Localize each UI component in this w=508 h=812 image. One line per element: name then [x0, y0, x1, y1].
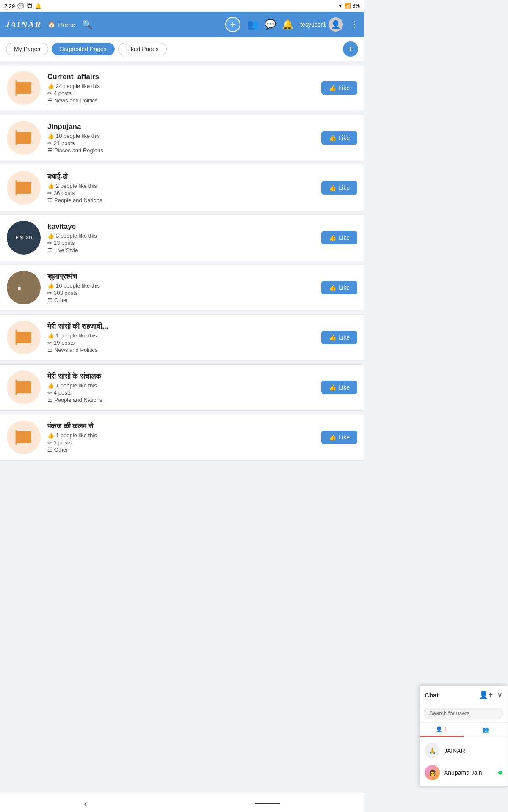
- status-bar: 2:29 💬 🖼 🔔 ▼ 📶 8%: [0, 0, 364, 12]
- svg-text:📋: 📋: [17, 286, 22, 291]
- signal-icon: 📶: [345, 3, 351, 9]
- like-btn-icon: 👍: [329, 234, 336, 241]
- page-card: 📋 खुलाप्रश्मंच 👍16 people like this ✏303…: [0, 264, 364, 311]
- page-info: बधाई-हो 👍2 people like this ✏36 posts ☰P…: [47, 173, 316, 203]
- page-posts: ✏4 posts: [47, 90, 316, 96]
- avatar: 👤: [329, 17, 343, 32]
- page-category: ☰Other: [47, 297, 316, 303]
- pencil-icon: ✏: [47, 90, 52, 96]
- like-btn-label: Like: [339, 184, 350, 191]
- bottom-nav: ‹: [0, 793, 364, 812]
- user-menu[interactable]: tesyuser1 👤: [300, 17, 343, 32]
- add-page-button[interactable]: +: [343, 41, 358, 57]
- page-info: मेरी सांसों के संचालक 👍1 people like thi…: [47, 372, 316, 403]
- tab-suggested-pages[interactable]: Suggested Pages: [52, 43, 115, 55]
- tab-my-pages[interactable]: My Pages: [6, 43, 48, 55]
- messages-icon[interactable]: 💬: [265, 19, 276, 30]
- tab-liked-pages[interactable]: Liked Pages: [118, 43, 167, 55]
- pencil-icon: ✏: [47, 140, 52, 146]
- page-card: Current_affairs 👍24 people like this ✏4 …: [0, 65, 364, 111]
- page-meta: 👍1 people like this ✏1 posts ☰Other: [47, 432, 316, 453]
- whatsapp-icon: 💬: [17, 3, 24, 9]
- page-avatar: FIN ISH: [7, 221, 41, 255]
- list-icon: ☰: [47, 297, 52, 303]
- list-icon: ☰: [47, 197, 52, 203]
- page-name: पंकज की कलम से: [47, 422, 316, 431]
- page-card: मेरी सांसों के संचालक 👍1 people like thi…: [0, 364, 364, 411]
- home-icon: 🏠: [48, 21, 56, 28]
- page-list: Current_affairs 👍24 people like this ✏4 …: [0, 61, 364, 467]
- time: 2:29: [4, 3, 15, 9]
- like-button[interactable]: 👍 Like: [321, 181, 357, 195]
- notification-icon: 🔔: [35, 3, 41, 9]
- page-card: FIN ISH kavitaye 👍3 people like this ✏13…: [0, 214, 364, 261]
- page-meta: 👍10 people like this ✏21 posts ☰Places a…: [47, 133, 316, 154]
- like-icon: 👍: [47, 183, 54, 189]
- page-category: ☰News and Politics: [47, 347, 316, 353]
- list-icon: ☰: [47, 247, 52, 253]
- like-icon: 👍: [47, 283, 54, 289]
- like-button[interactable]: 👍 Like: [321, 381, 357, 394]
- pencil-icon: ✏: [47, 439, 52, 446]
- page-name: Jinpujana: [47, 123, 316, 131]
- home-nav-link[interactable]: 🏠 Home: [48, 21, 75, 28]
- like-icon: 👍: [47, 432, 54, 439]
- like-button[interactable]: 👍 Like: [321, 81, 357, 95]
- page-meta: 👍1 people like this ✏4 posts ☰People and…: [47, 382, 316, 403]
- username: tesyuser1: [300, 21, 326, 28]
- pencil-icon: ✏: [47, 290, 52, 296]
- like-icon: 👍: [47, 332, 54, 339]
- page-likes: 👍24 people like this: [47, 83, 316, 89]
- like-button[interactable]: 👍 Like: [321, 431, 357, 444]
- page-likes: 👍3 people like this: [47, 233, 316, 239]
- page-posts: ✏36 posts: [47, 190, 316, 196]
- like-button[interactable]: 👍 Like: [321, 131, 357, 145]
- pencil-icon: ✏: [47, 240, 52, 246]
- back-button[interactable]: ‹: [84, 798, 87, 809]
- page-avatar: [7, 321, 41, 354]
- home-label: Home: [58, 21, 75, 28]
- search-nav-icon[interactable]: 🔍: [82, 19, 93, 30]
- page-name: Current_affairs: [47, 73, 316, 81]
- list-icon: ☰: [47, 97, 52, 104]
- page-avatar: [7, 171, 41, 205]
- like-icon: 👍: [47, 233, 54, 239]
- like-icon: 👍: [47, 133, 54, 139]
- page-info: Current_affairs 👍24 people like this ✏4 …: [47, 73, 316, 104]
- battery: 8%: [353, 3, 360, 9]
- friends-icon[interactable]: 👥: [247, 19, 259, 30]
- like-btn-icon: 👍: [329, 284, 336, 291]
- list-icon: ☰: [47, 447, 52, 453]
- top-nav: JAINAR 🏠 Home 🔍 + 👥 💬 🔔 tesyuser1 👤 ⋮: [0, 12, 364, 37]
- page-category: ☰Other: [47, 447, 316, 453]
- page-category: ☰People and Nations: [47, 397, 316, 403]
- like-button[interactable]: 👍 Like: [321, 281, 357, 294]
- page-posts: ✏1 posts: [47, 439, 316, 446]
- like-btn-icon: 👍: [329, 384, 336, 391]
- page-likes: 👍1 people like this: [47, 382, 316, 389]
- page-name: मेरी सांसों के संचालक: [47, 372, 316, 381]
- page-posts: ✏13 posts: [47, 240, 316, 246]
- page-name: खुलाप्रश्मंच: [47, 272, 316, 281]
- like-btn-label: Like: [339, 334, 350, 341]
- like-btn-label: Like: [339, 234, 350, 241]
- page-likes: 👍1 people like this: [47, 332, 316, 339]
- page-card: पंकज की कलम से 👍1 people like this ✏1 po…: [0, 414, 364, 461]
- more-menu-icon[interactable]: ⋮: [350, 19, 359, 30]
- page-avatar: [7, 370, 41, 404]
- like-button[interactable]: 👍 Like: [321, 231, 357, 244]
- page-meta: 👍24 people like this ✏4 posts ☰News and …: [47, 83, 316, 104]
- page-category: ☰Live Style: [47, 247, 316, 253]
- page-card: बधाई-हो 👍2 people like this ✏36 posts ☰P…: [0, 165, 364, 211]
- page-category: ☰People and Nations: [47, 197, 316, 203]
- notifications-icon[interactable]: 🔔: [282, 19, 293, 30]
- page-likes: 👍2 people like this: [47, 183, 316, 189]
- pencil-icon: ✏: [47, 190, 52, 196]
- like-btn-icon: 👍: [329, 184, 336, 191]
- like-btn-label: Like: [339, 284, 350, 291]
- like-button[interactable]: 👍 Like: [321, 331, 357, 344]
- page-name: kavitaye: [47, 222, 316, 231]
- nav-icons: 👥 💬 🔔: [247, 19, 293, 30]
- add-button[interactable]: +: [225, 17, 240, 32]
- status-right: ▼ 📶 8%: [338, 3, 360, 9]
